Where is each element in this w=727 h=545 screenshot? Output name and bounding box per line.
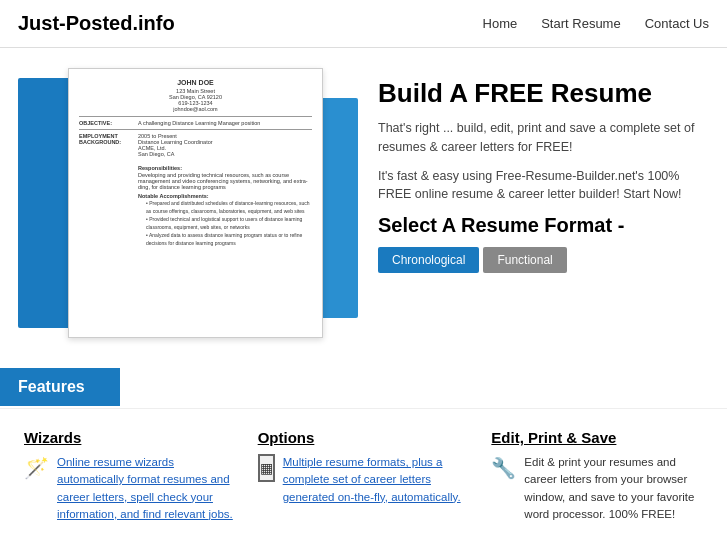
resume-preview-area: JOHN DOE 123 Main StreetSan Diego, CA 92…: [18, 68, 358, 348]
objective-label: OBJECTIVE:: [79, 120, 134, 126]
features-row: Wizards 🪄 Online resume wizards automati…: [0, 408, 727, 543]
employment-location: San Diego, CA: [138, 151, 312, 157]
functional-button[interactable]: Functional: [483, 247, 566, 273]
responsibilities-label: Responsibilities:: [138, 165, 312, 171]
feature-wizards: Wizards 🪄 Online resume wizards automati…: [18, 429, 242, 523]
resume-employment: EMPLOYMENT BACKGROUND: 2005 to Present D…: [79, 133, 312, 247]
resume-address: 123 Main StreetSan Diego, CA 92120619-12…: [79, 88, 312, 112]
hero-para1: That's right ... build, edit, print and …: [378, 119, 709, 157]
employment-content: 2005 to Present Distance Learning Coordi…: [138, 133, 312, 247]
resume-divider2: [79, 129, 312, 130]
resume-objective: OBJECTIVE: A challenging Distance Learni…: [79, 120, 312, 126]
resume-paper: JOHN DOE 123 Main StreetSan Diego, CA 92…: [68, 68, 323, 338]
resp-text: Developing and providing technical resou…: [138, 172, 312, 190]
objective-text: A challenging Distance Learning Manager …: [138, 120, 312, 126]
hero-section: JOHN DOE 123 Main StreetSan Diego, CA 92…: [0, 48, 727, 358]
grid-icon: ▦: [258, 454, 275, 482]
resume-name: JOHN DOE: [79, 79, 312, 86]
edit-print-save-text: Edit & print your resumes and career let…: [524, 454, 703, 523]
select-format-title: Select A Resume Format -: [378, 214, 709, 237]
wizards-title: Wizards: [24, 429, 236, 446]
bullet1: • Prepared and distributed schedules of …: [146, 199, 312, 215]
bullet2: • Provided technical and logistical supp…: [146, 215, 312, 231]
nav-start-resume[interactable]: Start Resume: [541, 16, 620, 31]
edit-print-save-title: Edit, Print & Save: [491, 429, 703, 446]
options-content: ▦ Multiple resume formats, plus a comple…: [258, 454, 470, 506]
feature-options: Options ▦ Multiple resume formats, plus …: [252, 429, 476, 523]
nav-home[interactable]: Home: [483, 16, 518, 31]
wand-icon: 🪄: [24, 454, 49, 482]
format-buttons: Chronological Functional: [378, 247, 709, 273]
hero-title: Build A FREE Resume: [378, 78, 709, 109]
options-text: Multiple resume formats, plus a complete…: [283, 454, 470, 506]
hero-para2: It's fast & easy using Free-Resume-Build…: [378, 167, 709, 205]
site-logo: Just-Posted.info: [18, 12, 175, 35]
feature-edit-print-save: Edit, Print & Save 🔧 Edit & print your r…: [485, 429, 709, 523]
resume-divider: [79, 116, 312, 117]
options-title: Options: [258, 429, 470, 446]
hero-right: Build A FREE Resume That's right ... bui…: [378, 68, 709, 348]
wizards-text: Online resume wizards automatically form…: [57, 454, 236, 523]
tools-icon: 🔧: [491, 454, 516, 482]
wizards-content: 🪄 Online resume wizards automatically fo…: [24, 454, 236, 523]
main-nav: Home Start Resume Contact Us: [483, 16, 709, 31]
features-banner: Features: [0, 368, 120, 406]
features-label: Features: [18, 378, 85, 395]
employment-label: EMPLOYMENT BACKGROUND:: [79, 133, 134, 247]
edit-print-save-content: 🔧 Edit & print your resumes and career l…: [491, 454, 703, 523]
bullet3: • Analyzed data to assess distance learn…: [146, 231, 312, 247]
nav-contact-us[interactable]: Contact Us: [645, 16, 709, 31]
chronological-button[interactable]: Chronological: [378, 247, 479, 273]
header: Just-Posted.info Home Start Resume Conta…: [0, 0, 727, 48]
